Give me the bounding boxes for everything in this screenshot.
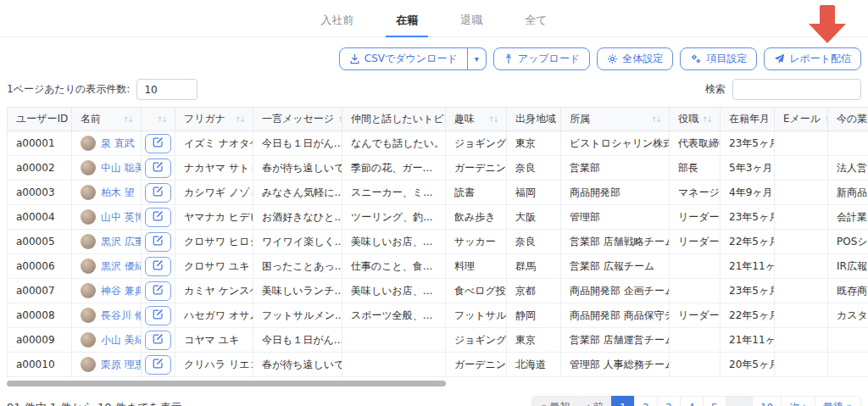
cell-edit bbox=[142, 328, 175, 353]
cell-hobby: フットサル bbox=[446, 303, 507, 328]
cell-message: お酒好きなひと... bbox=[253, 205, 342, 230]
column-header[interactable]: ユーザーID↑↓ bbox=[8, 108, 72, 131]
cell-user-id: a00009 bbox=[8, 328, 72, 353]
cell-position: リーダー bbox=[670, 230, 721, 254]
page-item[interactable]: 最後 » bbox=[815, 396, 861, 406]
cell-topic: ツーリング、釣... bbox=[342, 205, 446, 230]
cell-name: 泉 直武 bbox=[72, 131, 142, 156]
user-name-link[interactable]: 黒沢 広重 bbox=[101, 235, 142, 249]
cell-furigana: クリハラ リエコ bbox=[175, 353, 253, 377]
page-item[interactable]: 5 bbox=[703, 396, 726, 406]
column-header-inner: ↑↓ bbox=[150, 115, 166, 124]
sort-icon[interactable]: ↑↓ bbox=[235, 115, 244, 124]
name-cell: 黒沢 優紀 bbox=[81, 259, 132, 274]
column-header[interactable]: 出身地域↑↓ bbox=[507, 108, 561, 131]
cell-message: ワイワイ楽しく... bbox=[253, 230, 342, 254]
cell-hobby: ジョギング bbox=[446, 328, 507, 353]
sort-icon[interactable]: ↑↓ bbox=[702, 115, 711, 124]
page-item[interactable]: 2 bbox=[634, 396, 658, 406]
tab-入社前[interactable]: 入社前 bbox=[310, 8, 364, 37]
column-header[interactable]: フリガナ↑↓ bbox=[175, 108, 253, 131]
user-name-link[interactable]: 柏木 望 bbox=[101, 186, 135, 200]
user-name-link[interactable]: 山中 英博 bbox=[101, 210, 142, 225]
pencil-square-icon bbox=[153, 333, 164, 347]
cell-topic: 美味しいお店、... bbox=[342, 279, 446, 303]
page-current[interactable]: 1 bbox=[611, 396, 635, 406]
edit-user-button[interactable] bbox=[145, 232, 171, 252]
sort-icon[interactable]: ↑↓ bbox=[651, 115, 660, 124]
field-settings-button[interactable]: 項目設定 bbox=[680, 47, 757, 70]
scrollbar-thumb[interactable] bbox=[7, 381, 446, 387]
edit-user-button[interactable] bbox=[145, 159, 171, 178]
cell-current-work: POSシ bbox=[828, 230, 868, 254]
edit-user-button[interactable] bbox=[145, 331, 171, 350]
column-header[interactable]: 一言メッセージ↑↓ bbox=[253, 108, 342, 131]
page-item[interactable]: 10 bbox=[752, 396, 782, 406]
sort-icon[interactable]: ↑↓ bbox=[337, 115, 342, 124]
search-input[interactable] bbox=[732, 79, 861, 100]
column-header[interactable]: Eメール↑↓ bbox=[775, 108, 828, 131]
column-header[interactable]: 仲間と話したいトピック↑↓ bbox=[342, 108, 446, 131]
upload-button[interactable]: アップロード bbox=[493, 47, 590, 70]
user-name-link[interactable]: 黒沢 優紀 bbox=[101, 259, 142, 274]
csv-download-caret-button[interactable]: ▾ bbox=[468, 47, 487, 70]
page-size-input[interactable] bbox=[136, 79, 198, 100]
table-row: a00009小山 美紀コヤマ ユキ今日も１日がん...ジョギング東京営業部 店舗… bbox=[8, 328, 868, 353]
global-settings-button[interactable]: 全体設定 bbox=[597, 47, 673, 70]
edit-user-button[interactable] bbox=[145, 183, 171, 203]
edit-user-button[interactable] bbox=[145, 355, 171, 375]
cell-department: 営業部 bbox=[561, 156, 670, 181]
edit-user-button[interactable] bbox=[145, 281, 171, 301]
cell-region: 奈良 bbox=[507, 156, 561, 181]
user-name-link[interactable]: 神谷 兼典 bbox=[101, 284, 142, 298]
name-cell: 小山 美紀 bbox=[81, 332, 132, 348]
cell-name: 小山 美紀 bbox=[72, 328, 142, 353]
cell-furigana: ナカヤマ サトミ bbox=[175, 156, 253, 181]
column-label: フリガナ bbox=[184, 112, 225, 126]
sort-icon[interactable]: ↑↓ bbox=[488, 115, 498, 124]
column-header[interactable]: ↑↓ bbox=[142, 108, 175, 131]
tab-全て[interactable]: 全て bbox=[515, 8, 557, 37]
page-item[interactable]: 4 bbox=[680, 396, 704, 406]
cell-tenure: 22年5ヶ月 bbox=[721, 230, 775, 254]
report-delivery-label: レポート配信 bbox=[789, 52, 851, 66]
column-label: 所属 bbox=[570, 112, 590, 126]
cell-current-work bbox=[828, 353, 868, 377]
column-header[interactable]: 趣味↑↓ bbox=[446, 108, 507, 131]
column-header[interactable]: 名前↑↓ bbox=[72, 108, 142, 131]
column-header[interactable]: 所属↑↓ bbox=[561, 108, 670, 131]
edit-user-button[interactable] bbox=[145, 306, 171, 325]
report-delivery-button[interactable]: レポート配信 bbox=[764, 47, 861, 70]
column-header[interactable]: 今の業↑↓ bbox=[828, 108, 868, 131]
sort-icon[interactable]: ↑↓ bbox=[123, 115, 132, 124]
cell-email bbox=[775, 131, 828, 156]
page-item[interactable]: 3 bbox=[657, 396, 681, 406]
sort-icon[interactable]: ↑↓ bbox=[157, 115, 166, 124]
column-header[interactable]: 役職↑↓ bbox=[670, 108, 721, 131]
csv-download-button[interactable]: CSVでダウンロード bbox=[339, 47, 468, 70]
tab-在籍[interactable]: 在籍 bbox=[386, 8, 428, 37]
cell-position bbox=[670, 353, 721, 377]
tab-退職[interactable]: 退職 bbox=[450, 8, 492, 37]
cell-hobby: 読書 bbox=[446, 181, 507, 205]
user-name-link[interactable]: 栗原 理恵子 bbox=[101, 358, 142, 372]
user-name-link[interactable]: 泉 直武 bbox=[101, 136, 135, 151]
cell-edit bbox=[142, 353, 175, 377]
avatar bbox=[81, 234, 96, 249]
page-item[interactable]: 次 › bbox=[781, 396, 815, 406]
edit-user-button[interactable] bbox=[145, 208, 171, 227]
user-name-link[interactable]: 小山 美紀 bbox=[101, 333, 142, 348]
horizontal-scrollbar[interactable] bbox=[7, 381, 868, 387]
user-name-link[interactable]: 長谷川 修 bbox=[101, 309, 142, 323]
table-row: a00010栗原 理恵子クリハラ リエコ春が待ち遠しいですねガーデニング北海道管… bbox=[8, 353, 868, 377]
sort-icon[interactable]: ↑↓ bbox=[824, 115, 827, 124]
column-header[interactable]: 在籍年月↑↓ bbox=[721, 108, 775, 131]
user-name-link[interactable]: 中山 聡美 bbox=[101, 161, 142, 175]
edit-user-button[interactable] bbox=[145, 257, 171, 276]
cell-position: リーダー bbox=[670, 205, 721, 230]
column-label: ユーザーID bbox=[16, 112, 68, 126]
cell-name: 柏木 望 bbox=[72, 181, 142, 205]
edit-user-button[interactable] bbox=[145, 134, 171, 153]
cell-tenure: 20年5ヶ月 bbox=[721, 353, 775, 377]
cell-user-id: a00010 bbox=[8, 353, 72, 377]
